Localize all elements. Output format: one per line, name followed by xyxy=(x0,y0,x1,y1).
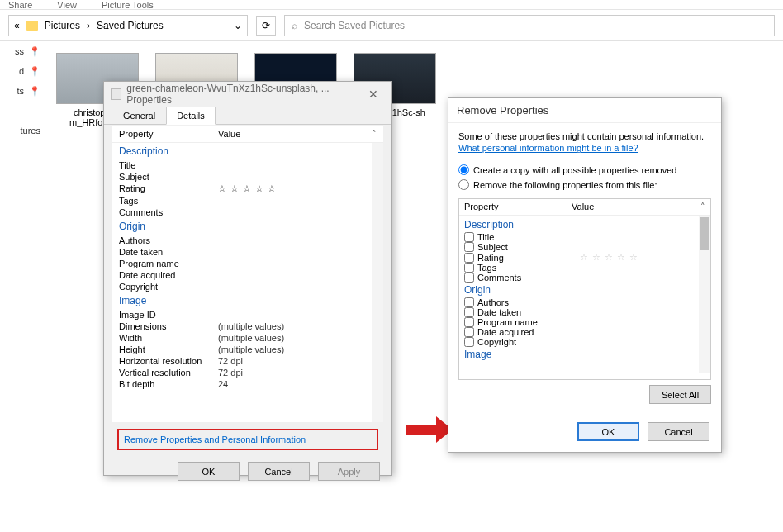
scroll-up-icon[interactable]: ˄ xyxy=(372,129,377,140)
property-row[interactable]: Date acquired xyxy=(119,269,377,281)
nav-item[interactable]: ts📍 xyxy=(0,81,45,101)
header-property: Property xyxy=(119,129,218,140)
dialog-title[interactable]: Remove Properties xyxy=(448,98,721,123)
check-row[interactable]: Program name xyxy=(464,317,705,327)
property-row[interactable]: Width(multiple values) xyxy=(119,332,377,344)
checkbox[interactable] xyxy=(464,273,474,283)
nav-item[interactable]: tures xyxy=(0,121,45,140)
ok-button[interactable]: OK xyxy=(577,422,639,441)
check-row[interactable]: Tags xyxy=(464,263,705,273)
cancel-button[interactable]: Cancel xyxy=(248,462,310,481)
refresh-button[interactable]: ⟳ xyxy=(256,16,276,36)
nav-item[interactable] xyxy=(0,101,45,121)
scrollbar[interactable] xyxy=(372,143,383,422)
checkbox[interactable] xyxy=(464,297,474,307)
property-checklist: Property Value ˄ Description Title Subje… xyxy=(458,198,711,380)
tab-general[interactable]: General xyxy=(112,107,166,124)
property-row[interactable]: Bit depth24 xyxy=(119,378,377,390)
property-row[interactable]: Copyright xyxy=(119,281,377,292)
check-row[interactable]: Date taken xyxy=(464,307,705,317)
property-row[interactable]: Program name xyxy=(119,258,377,269)
checkbox[interactable] xyxy=(464,327,474,337)
nav-back-icon[interactable]: « xyxy=(14,20,20,31)
apply-button[interactable]: Apply xyxy=(318,462,380,481)
close-button[interactable]: ✕ xyxy=(362,88,385,101)
section-image: Image xyxy=(464,347,705,362)
checkbox[interactable] xyxy=(464,337,474,347)
check-row[interactable]: Subject xyxy=(464,242,705,252)
search-input[interactable]: ⌕ Search Saved Pictures xyxy=(284,15,775,36)
info-text: Some of these properties might contain p… xyxy=(458,131,711,141)
dialog-buttons: OK Cancel Apply xyxy=(104,455,392,487)
rating-stars: ☆ ☆ ☆ ☆ ☆ xyxy=(580,252,638,263)
tab-details[interactable]: Details xyxy=(166,107,216,125)
property-row[interactable]: Subject xyxy=(119,171,377,183)
radio-remove-from-file[interactable]: Remove the following properties from thi… xyxy=(458,179,711,190)
info-link[interactable]: What personal information might be in a … xyxy=(458,143,638,153)
property-list-header: Property Value ˄ xyxy=(112,126,383,143)
properties-body: Property Value ˄ Description Title Subje… xyxy=(112,126,383,422)
property-row[interactable]: Title xyxy=(119,159,377,171)
address-bar: « Pictures › Saved Pictures ⌄ ⟳ ⌕ Search… xyxy=(0,10,783,41)
radio-label: Create a copy with all possible properti… xyxy=(473,165,676,175)
radio-label: Remove the following properties from thi… xyxy=(473,180,657,190)
header-value: Value xyxy=(572,202,594,212)
property-row[interactable]: Height(multiple values) xyxy=(119,344,377,355)
scrollbar-thumb[interactable] xyxy=(700,217,709,250)
remove-properties-link[interactable]: Remove Properties and Personal Informati… xyxy=(124,435,306,444)
cancel-button[interactable]: Cancel xyxy=(648,422,709,441)
arrow-icon xyxy=(405,413,454,446)
checkbox[interactable] xyxy=(464,242,474,252)
property-row[interactable]: Vertical resolution72 dpi xyxy=(119,367,377,378)
breadcrumb-pictures[interactable]: Pictures xyxy=(45,20,80,31)
file-icon xyxy=(111,88,121,100)
property-list[interactable]: Description Title Subject Rating☆ ☆ ☆ ☆ … xyxy=(112,143,383,422)
chevron-down-icon[interactable]: ⌄ xyxy=(234,20,242,31)
checkbox[interactable] xyxy=(464,317,474,327)
section-origin: Origin xyxy=(464,283,705,297)
checkbox[interactable] xyxy=(464,307,474,317)
check-row[interactable]: Date acquired xyxy=(464,327,705,337)
check-row[interactable]: Copyright xyxy=(464,337,705,347)
property-row[interactable]: Rating☆ ☆ ☆ ☆ ☆ xyxy=(119,183,377,195)
checkbox[interactable] xyxy=(464,263,474,273)
radio-input[interactable] xyxy=(458,164,469,175)
select-all-button[interactable]: Select All xyxy=(649,385,711,404)
ribbon-share[interactable]: Share xyxy=(8,0,32,9)
check-row[interactable]: Comments xyxy=(464,273,705,283)
breadcrumb-saved[interactable]: Saved Pictures xyxy=(97,20,164,31)
remove-properties-dialog: Remove Properties Some of these properti… xyxy=(448,97,722,453)
property-row[interactable]: Date taken xyxy=(119,246,377,258)
checkbox[interactable] xyxy=(464,232,474,242)
check-row[interactable]: Title xyxy=(464,232,705,242)
property-row[interactable]: Authors xyxy=(119,235,377,246)
nav-item[interactable]: ss📍 xyxy=(0,41,45,61)
dialog-title: green-chameleon-WvuTnXz1hSc-unsplash, ..… xyxy=(126,83,362,106)
scrollbar[interactable] xyxy=(699,216,710,373)
check-row[interactable]: Authors xyxy=(464,297,705,307)
header-value: Value xyxy=(218,129,240,140)
checklist-body[interactable]: Description Title Subject Rating☆ ☆ ☆ ☆ … xyxy=(459,216,710,373)
ribbon-picture-tools[interactable]: Picture Tools xyxy=(102,0,154,9)
ok-button[interactable]: OK xyxy=(178,462,240,481)
property-row[interactable]: Image ID xyxy=(119,309,377,321)
property-row[interactable]: Horizontal resolution72 dpi xyxy=(119,355,377,367)
dialog-title-bar[interactable]: green-chameleon-WvuTnXz1hSc-unsplash, ..… xyxy=(104,82,392,107)
radio-input[interactable] xyxy=(458,179,469,190)
annotation-arrow xyxy=(405,413,454,449)
ribbon-view[interactable]: View xyxy=(57,0,77,9)
radio-create-copy[interactable]: Create a copy with all possible properti… xyxy=(458,164,711,175)
property-row[interactable]: Dimensions(multiple values) xyxy=(119,321,377,332)
pin-icon: 📍 xyxy=(29,66,40,77)
radio-group: Create a copy with all possible properti… xyxy=(458,164,711,190)
scroll-up-icon[interactable]: ˄ xyxy=(700,202,705,212)
nav-item[interactable]: d📍 xyxy=(0,61,45,81)
property-row[interactable]: Tags xyxy=(119,195,377,207)
property-row[interactable]: Comments xyxy=(119,207,377,218)
header-property: Property xyxy=(464,202,572,212)
check-row[interactable]: Rating☆ ☆ ☆ ☆ ☆ xyxy=(464,252,705,263)
section-image: Image xyxy=(119,292,377,309)
search-icon: ⌕ xyxy=(292,20,297,31)
address-path[interactable]: « Pictures › Saved Pictures ⌄ xyxy=(8,15,248,36)
checkbox[interactable] xyxy=(464,253,474,263)
